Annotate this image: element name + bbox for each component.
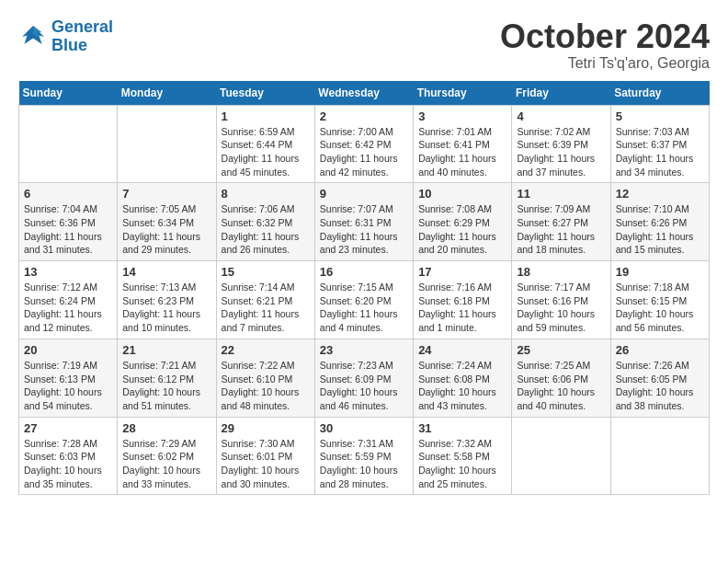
week-row-0: 1Sunrise: 6:59 AM Sunset: 6:44 PM Daylig… (19, 105, 710, 183)
day-number: 27 (24, 421, 112, 435)
logo-icon (18, 22, 48, 52)
day-number: 7 (122, 187, 210, 201)
day-detail: Sunrise: 7:26 AM Sunset: 6:05 PM Dayligh… (616, 359, 704, 413)
week-row-1: 6Sunrise: 7:04 AM Sunset: 6:36 PM Daylig… (19, 183, 710, 261)
calendar-cell-0-6: 5Sunrise: 7:03 AM Sunset: 6:37 PM Daylig… (610, 105, 709, 183)
calendar-cell-2-1: 14Sunrise: 7:13 AM Sunset: 6:23 PM Dayli… (118, 261, 216, 339)
day-detail: Sunrise: 6:59 AM Sunset: 6:44 PM Dayligh… (222, 125, 310, 179)
day-number: 28 (122, 421, 210, 435)
logo-line1: General (51, 17, 113, 36)
logo-line2: Blue (51, 36, 87, 54)
calendar-cell-3-3: 23Sunrise: 7:23 AM Sunset: 6:09 PM Dayli… (314, 339, 413, 417)
day-number: 5 (616, 109, 704, 123)
day-detail: Sunrise: 7:15 AM Sunset: 6:20 PM Dayligh… (320, 281, 408, 335)
day-detail: Sunrise: 7:22 AM Sunset: 6:10 PM Dayligh… (222, 359, 310, 413)
day-number: 18 (517, 265, 605, 279)
calendar-cell-1-1: 7Sunrise: 7:05 AM Sunset: 6:34 PM Daylig… (118, 183, 216, 261)
day-detail: Sunrise: 7:17 AM Sunset: 6:16 PM Dayligh… (517, 281, 605, 335)
calendar-cell-4-4: 31Sunrise: 7:32 AM Sunset: 5:58 PM Dayli… (414, 417, 512, 495)
calendar-cell-4-1: 28Sunrise: 7:29 AM Sunset: 6:02 PM Dayli… (118, 417, 216, 495)
calendar-cell-0-4: 3Sunrise: 7:01 AM Sunset: 6:41 PM Daylig… (414, 105, 512, 183)
day-detail: Sunrise: 7:14 AM Sunset: 6:21 PM Dayligh… (222, 281, 310, 335)
calendar-cell-2-2: 15Sunrise: 7:14 AM Sunset: 6:21 PM Dayli… (216, 261, 314, 339)
calendar-cell-0-3: 2Sunrise: 7:00 AM Sunset: 6:42 PM Daylig… (314, 105, 413, 183)
day-number: 12 (616, 187, 704, 201)
day-number: 4 (517, 109, 605, 123)
calendar-cell-3-5: 25Sunrise: 7:25 AM Sunset: 6:06 PM Dayli… (512, 339, 610, 417)
day-detail: Sunrise: 7:00 AM Sunset: 6:42 PM Dayligh… (320, 125, 408, 179)
day-number: 22 (222, 343, 310, 357)
day-detail: Sunrise: 7:21 AM Sunset: 6:12 PM Dayligh… (122, 359, 210, 413)
day-detail: Sunrise: 7:05 AM Sunset: 6:34 PM Dayligh… (122, 202, 210, 257)
day-detail: Sunrise: 7:02 AM Sunset: 6:39 PM Dayligh… (517, 125, 605, 179)
header-tuesday: Tuesday (216, 81, 314, 106)
day-number: 11 (517, 187, 605, 201)
day-number: 15 (222, 265, 310, 279)
location-title: Tetri Ts'q'aro, Georgia (500, 55, 710, 72)
calendar-cell-3-2: 22Sunrise: 7:22 AM Sunset: 6:10 PM Dayli… (216, 339, 314, 417)
day-detail: Sunrise: 7:10 AM Sunset: 6:26 PM Dayligh… (616, 202, 704, 257)
header-monday: Monday (118, 81, 216, 106)
header-sunday: Sunday (19, 81, 118, 106)
day-number: 13 (24, 265, 112, 279)
week-row-4: 27Sunrise: 7:28 AM Sunset: 6:03 PM Dayli… (19, 417, 710, 495)
day-detail: Sunrise: 7:32 AM Sunset: 5:58 PM Dayligh… (418, 437, 506, 491)
calendar-cell-1-3: 9Sunrise: 7:07 AM Sunset: 6:31 PM Daylig… (314, 183, 413, 261)
calendar-cell-0-1 (118, 105, 216, 183)
page-header: General Blue October 2024 Tetri Ts'q'aro… (18, 18, 710, 72)
calendar-cell-1-2: 8Sunrise: 7:06 AM Sunset: 6:32 PM Daylig… (216, 183, 314, 261)
day-detail: Sunrise: 7:25 AM Sunset: 6:06 PM Dayligh… (517, 359, 605, 413)
day-number: 6 (24, 187, 112, 201)
day-number: 16 (320, 265, 408, 279)
day-detail: Sunrise: 7:12 AM Sunset: 6:24 PM Dayligh… (24, 281, 112, 335)
header-friday: Friday (512, 81, 610, 106)
day-number: 30 (320, 421, 408, 435)
day-number: 21 (122, 343, 210, 357)
calendar-cell-3-1: 21Sunrise: 7:21 AM Sunset: 6:12 PM Dayli… (118, 339, 216, 417)
calendar-cell-0-0 (19, 105, 118, 183)
day-number: 10 (418, 187, 506, 201)
week-row-2: 13Sunrise: 7:12 AM Sunset: 6:24 PM Dayli… (19, 261, 710, 339)
day-detail: Sunrise: 7:01 AM Sunset: 6:41 PM Dayligh… (418, 125, 506, 179)
day-detail: Sunrise: 7:08 AM Sunset: 6:29 PM Dayligh… (418, 202, 506, 257)
calendar-cell-2-4: 17Sunrise: 7:16 AM Sunset: 6:18 PM Dayli… (414, 261, 512, 339)
day-number: 29 (222, 421, 310, 435)
weekday-header-row: Sunday Monday Tuesday Wednesday Thursday… (19, 81, 710, 106)
calendar-cell-4-3: 30Sunrise: 7:31 AM Sunset: 5:59 PM Dayli… (314, 417, 413, 495)
day-number: 17 (418, 265, 506, 279)
day-detail: Sunrise: 7:29 AM Sunset: 6:02 PM Dayligh… (122, 437, 210, 491)
day-detail: Sunrise: 7:24 AM Sunset: 6:08 PM Dayligh… (418, 359, 506, 413)
day-number: 8 (222, 187, 310, 201)
calendar-cell-2-6: 19Sunrise: 7:18 AM Sunset: 6:15 PM Dayli… (610, 261, 709, 339)
week-row-3: 20Sunrise: 7:19 AM Sunset: 6:13 PM Dayli… (19, 339, 710, 417)
day-detail: Sunrise: 7:04 AM Sunset: 6:36 PM Dayligh… (24, 202, 112, 257)
calendar-cell-1-4: 10Sunrise: 7:08 AM Sunset: 6:29 PM Dayli… (414, 183, 512, 261)
calendar-cell-0-5: 4Sunrise: 7:02 AM Sunset: 6:39 PM Daylig… (512, 105, 610, 183)
day-number: 9 (320, 187, 408, 201)
day-detail: Sunrise: 7:23 AM Sunset: 6:09 PM Dayligh… (320, 359, 408, 413)
day-number: 1 (222, 109, 310, 123)
calendar-cell-3-6: 26Sunrise: 7:26 AM Sunset: 6:05 PM Dayli… (610, 339, 709, 417)
header-thursday: Thursday (414, 81, 512, 106)
day-number: 20 (24, 343, 112, 357)
calendar-cell-1-0: 6Sunrise: 7:04 AM Sunset: 6:36 PM Daylig… (19, 183, 118, 261)
calendar-cell-2-0: 13Sunrise: 7:12 AM Sunset: 6:24 PM Dayli… (19, 261, 118, 339)
calendar-cell-4-5 (512, 417, 610, 495)
logo-text: General Blue (51, 18, 113, 55)
calendar-cell-0-2: 1Sunrise: 6:59 AM Sunset: 6:44 PM Daylig… (216, 105, 314, 183)
day-detail: Sunrise: 7:06 AM Sunset: 6:32 PM Dayligh… (222, 202, 310, 257)
day-detail: Sunrise: 7:31 AM Sunset: 5:59 PM Dayligh… (320, 437, 408, 491)
calendar-table: Sunday Monday Tuesday Wednesday Thursday… (18, 81, 710, 496)
day-detail: Sunrise: 7:28 AM Sunset: 6:03 PM Dayligh… (24, 437, 112, 491)
month-title: October 2024 (500, 18, 710, 55)
day-detail: Sunrise: 7:07 AM Sunset: 6:31 PM Dayligh… (320, 202, 408, 257)
day-detail: Sunrise: 7:19 AM Sunset: 6:13 PM Dayligh… (24, 359, 112, 413)
day-number: 3 (418, 109, 506, 123)
day-detail: Sunrise: 7:03 AM Sunset: 6:37 PM Dayligh… (616, 125, 704, 179)
calendar-cell-4-2: 29Sunrise: 7:30 AM Sunset: 6:01 PM Dayli… (216, 417, 314, 495)
calendar-cell-1-6: 12Sunrise: 7:10 AM Sunset: 6:26 PM Dayli… (610, 183, 709, 261)
day-detail: Sunrise: 7:16 AM Sunset: 6:18 PM Dayligh… (418, 281, 506, 335)
calendar-cell-2-3: 16Sunrise: 7:15 AM Sunset: 6:20 PM Dayli… (314, 261, 413, 339)
day-detail: Sunrise: 7:13 AM Sunset: 6:23 PM Dayligh… (122, 281, 210, 335)
calendar-cell-1-5: 11Sunrise: 7:09 AM Sunset: 6:27 PM Dayli… (512, 183, 610, 261)
